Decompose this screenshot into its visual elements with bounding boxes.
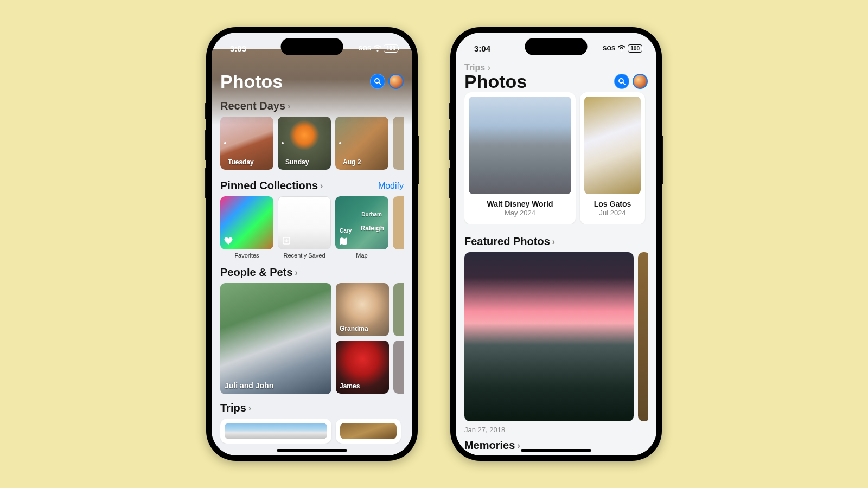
heart-icon — [224, 237, 233, 246]
status-time: 3:03 — [230, 44, 246, 53]
pinned-item[interactable] — [393, 196, 404, 259]
modify-button[interactable]: Modify — [378, 181, 404, 191]
dynamic-island — [281, 38, 343, 55]
people-item[interactable]: James — [336, 341, 389, 394]
breadcrumb[interactable]: Trips › — [464, 63, 490, 73]
wifi-icon — [373, 45, 381, 52]
section-memories[interactable]: Memories — [464, 439, 515, 452]
search-icon — [618, 78, 626, 85]
people-item[interactable] — [393, 341, 404, 394]
pinned-recently-saved[interactable]: Recently Saved — [278, 196, 331, 259]
chevron-right-icon: › — [248, 403, 251, 413]
page-title: Photos — [220, 71, 370, 92]
battery-indicator: 100 — [628, 44, 642, 53]
phone-left: 3:03 SOS 100 Photos Recent Days — [206, 27, 418, 461]
chevron-right-icon: › — [320, 181, 323, 191]
svg-line-1 — [379, 82, 381, 85]
people-item[interactable]: Grandma — [336, 283, 389, 336]
trip-card[interactable]: Los Gatos Jul 2024 — [580, 92, 645, 224]
svg-line-4 — [623, 82, 625, 85]
page-title: Photos — [464, 71, 614, 92]
status-time: 3:04 — [474, 44, 490, 53]
people-item[interactable]: Juli and John — [220, 283, 331, 394]
profile-avatar[interactable] — [633, 74, 648, 89]
section-featured-photos[interactable]: Featured Photos — [464, 235, 550, 248]
trip-card[interactable]: Walt Disney World May 2024 — [464, 92, 576, 224]
pinned-favorites[interactable]: Favorites — [220, 196, 273, 259]
featured-photo[interactable]: Jan 27, 2018 — [464, 252, 634, 434]
status-sos: SOS — [359, 45, 371, 52]
chevron-right-icon: › — [552, 237, 555, 247]
phone-right: 3:04 SOS 100 Trips › Photos — [450, 27, 662, 461]
pinned-map[interactable]: Durham Raleigh Cary Map — [335, 196, 388, 259]
trip-card[interactable] — [220, 419, 331, 444]
home-indicator[interactable] — [521, 449, 591, 452]
search-button[interactable] — [614, 74, 629, 89]
chevron-right-icon: › — [295, 268, 297, 278]
dynamic-island — [525, 38, 588, 55]
section-pinned[interactable]: Pinned Collections — [220, 179, 318, 192]
profile-avatar[interactable] — [388, 74, 404, 89]
featured-photo[interactable] — [638, 252, 648, 434]
map-icon — [339, 237, 348, 246]
section-people-pets[interactable]: People & Pets — [220, 266, 292, 279]
wifi-icon — [617, 45, 626, 52]
chevron-right-icon: › — [517, 441, 520, 451]
people-item[interactable] — [393, 283, 404, 336]
section-trips[interactable]: Trips — [220, 402, 246, 414]
search-button[interactable] — [370, 74, 385, 89]
status-sos: SOS — [603, 45, 615, 52]
download-icon — [282, 236, 291, 245]
home-indicator[interactable] — [277, 449, 347, 452]
battery-indicator: 100 — [384, 44, 398, 53]
trip-card[interactable] — [336, 419, 401, 444]
search-icon — [374, 78, 381, 85]
